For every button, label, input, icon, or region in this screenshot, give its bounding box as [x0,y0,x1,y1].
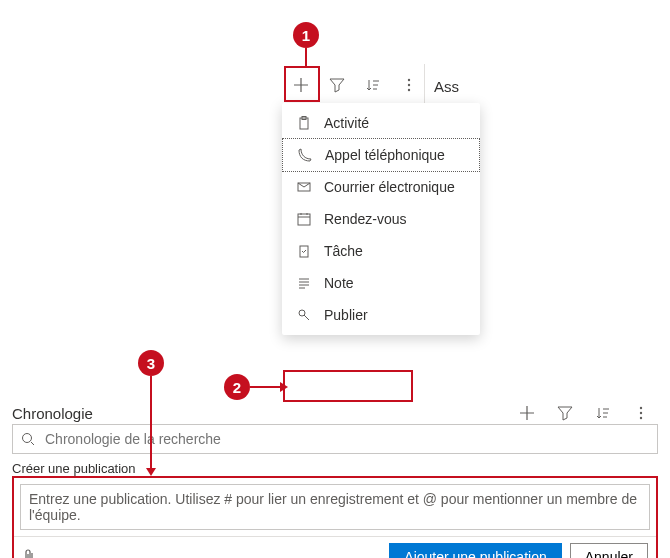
sort-icon[interactable] [356,68,390,102]
phone-icon [297,147,313,163]
calendar-icon [296,211,312,227]
svg-point-1 [408,84,410,86]
toolbar-divider [424,64,425,104]
menu-item-label: Publier [324,307,368,323]
filter-icon[interactable] [320,68,354,102]
menu-item-label: Courrier électronique [324,179,455,195]
menu-item-label: Activité [324,115,369,131]
menu-item-appel[interactable]: Appel téléphonique [282,138,480,172]
svg-point-11 [640,417,642,419]
create-publication-label: Créer une publication [12,461,658,476]
add-menu: Activité Appel téléphonique Courrier éle… [282,103,480,335]
chronologie-search[interactable] [12,424,658,454]
svg-point-2 [408,89,410,91]
menu-item-label: Note [324,275,354,291]
highlight-publier [283,370,413,402]
menu-item-tache[interactable]: Tâche [282,235,480,267]
highlight-plus [284,66,320,102]
menu-item-label: Rendez-vous [324,211,407,227]
add-publication-button[interactable]: Ajouter une publication [389,543,561,558]
menu-item-activite[interactable]: Activité [282,107,480,139]
svg-rect-6 [298,214,310,225]
publication-panel: Entrez une publication. Utilisez # pour … [12,476,658,558]
callout-3: 3 [138,350,164,376]
menu-item-label: Appel téléphonique [325,147,445,163]
callout-3-arrow [150,376,152,468]
chronologie-title: Chronologie [12,405,93,422]
task-icon [296,243,312,259]
search-input[interactable] [43,430,649,448]
menu-item-rendezvous[interactable]: Rendez-vous [282,203,480,235]
cancel-button[interactable]: Annuler [570,543,648,558]
publication-textarea[interactable]: Entrez une publication. Utilisez # pour … [20,484,650,530]
mail-icon [296,179,312,195]
publication-footer: Ajouter une publication Annuler [14,536,656,558]
svg-point-0 [408,79,410,81]
pin-icon [296,307,312,323]
assistant-label: Ass [434,78,459,95]
menu-item-publier[interactable]: Publier [282,299,480,331]
svg-point-12 [23,434,32,443]
callout-2-arrow [250,386,280,388]
svg-point-9 [640,407,642,409]
more-icon[interactable] [392,68,426,102]
callout-2: 2 [224,374,250,400]
menu-item-label: Tâche [324,243,363,259]
svg-point-10 [640,412,642,414]
search-icon [21,432,35,446]
menu-item-courrier[interactable]: Courrier électronique [282,171,480,203]
attach-icon[interactable] [22,549,36,558]
note-icon [296,275,312,291]
callout-1: 1 [293,22,319,48]
clipboard-icon [296,115,312,131]
menu-item-note[interactable]: Note [282,267,480,299]
callout-1-line [305,48,307,66]
